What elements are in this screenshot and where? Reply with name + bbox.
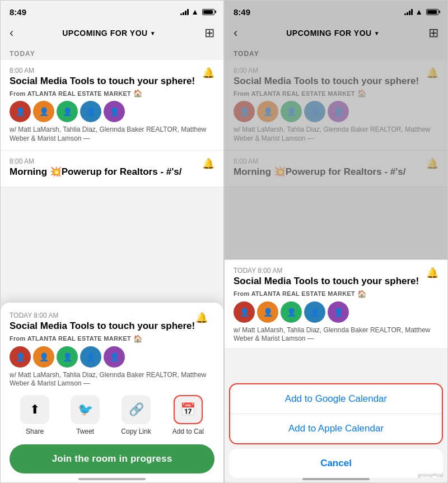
join-button-left[interactable]: Join the room in progress bbox=[10, 444, 214, 473]
house-icon-1-right: 🏠 bbox=[357, 89, 366, 97]
share-icon: ⬆ bbox=[30, 402, 40, 417]
detail-time-right: TODAY 8:00 AM bbox=[234, 267, 438, 275]
avatar-1: 👤 bbox=[10, 101, 31, 122]
addcal-action[interactable]: 📅 Add to Cal bbox=[172, 395, 204, 435]
dropdown-arrow-left[interactable]: ▼ bbox=[150, 30, 156, 36]
right-phone: 8:49 ▲ ‹ UPCOMING FOR YOU ▼ ⊞ bbox=[224, 0, 448, 483]
cancel-button-right[interactable]: Cancel bbox=[229, 449, 443, 478]
nav-title-left: UPCOMING FOR YOU ▼ bbox=[62, 29, 156, 38]
nav-bar-left: ‹ UPCOMING FOR YOU ▼ ⊞ bbox=[1, 21, 223, 45]
event-from-1-left: From ATLANTA REAL ESTATE MARKET 🏠 bbox=[10, 89, 214, 97]
action-row-left: ⬆ Share 🐦 Tweet 🔗 Copy Link bbox=[10, 395, 214, 435]
addcal-icon-box: 📅 bbox=[174, 395, 203, 424]
detail-avatar-5: 👤 bbox=[104, 346, 125, 368]
bell-icon-1-right[interactable]: 🔔 bbox=[426, 67, 438, 79]
rd-avatar-1: 👤 bbox=[234, 301, 255, 323]
home-indicator-left bbox=[78, 478, 146, 480]
left-phone: 8:49 ▲ ‹ UPCOMING FOR YOU ▼ ⊞ bbox=[0, 0, 224, 483]
dropdown-arrow-right[interactable]: ▼ bbox=[374, 30, 380, 36]
tweet-label: Tweet bbox=[76, 428, 94, 435]
event-title-1-left: Social Media Tools to touch your sphere! bbox=[10, 76, 214, 87]
detail-avatar-2: 👤 bbox=[33, 346, 54, 368]
bell-icon-detail-left[interactable]: 🔔 bbox=[195, 312, 208, 324]
nav-title-right: UPCOMING FOR YOU ▼ bbox=[286, 29, 380, 38]
avatars-1-left: 👤 👤 👤 👤 👤 bbox=[10, 101, 214, 122]
status-time-right: 8:49 bbox=[234, 7, 250, 17]
detail-from-right: From ATLANTA REAL ESTATE MARKET 🏠 bbox=[234, 290, 438, 298]
battery-icon-right bbox=[426, 9, 438, 15]
tweet-action[interactable]: 🐦 Tweet bbox=[71, 395, 100, 435]
detail-desc-left: w/ Matt LaMarsh, Tahlia Diaz, Glennda Ba… bbox=[10, 371, 214, 388]
detail-card-left: 🔔 TODAY 8:00 AM Social Media Tools to to… bbox=[10, 312, 214, 388]
event-time-1-right: 8:00 AM bbox=[234, 67, 438, 75]
share-icon-box: ⬆ bbox=[20, 395, 49, 424]
detail-title-left: Social Media Tools to touch your sphere! bbox=[10, 321, 214, 332]
signal-icon-right bbox=[404, 8, 413, 15]
add-icon-left[interactable]: ⊞ bbox=[204, 26, 214, 40]
r-avatar-1: 👤 bbox=[234, 101, 255, 122]
event-time-2-left: 8:00 AM bbox=[10, 157, 214, 165]
event-from-1-right: From ATLANTA REAL ESTATE MARKET 🏠 bbox=[234, 89, 438, 97]
event-title-2-left: Morning 💥Powerup for Realtors - #'s/ bbox=[10, 166, 214, 178]
addcal-label: Add to Cal bbox=[172, 428, 204, 435]
r-avatar-4: 👤 bbox=[304, 101, 325, 122]
copy-icon-box: 🔗 bbox=[122, 395, 151, 424]
status-bar-left: 8:49 ▲ bbox=[1, 1, 223, 21]
detail-from-left: From ATLANTA REAL ESTATE MARKET 🏠 bbox=[10, 335, 214, 343]
bell-icon-2-right[interactable]: 🔔 bbox=[426, 157, 438, 170]
event-title-1-right: Social Media Tools to touch your sphere! bbox=[234, 76, 438, 87]
status-icons-left: ▲ bbox=[180, 7, 214, 16]
copy-label: Copy Link bbox=[121, 428, 151, 435]
rd-avatar-4: 👤 bbox=[304, 301, 325, 323]
bell-icon-detail-right[interactable]: 🔔 bbox=[426, 267, 438, 279]
back-button-right[interactable]: ‹ bbox=[234, 26, 237, 40]
tweet-icon-box: 🐦 bbox=[71, 395, 100, 424]
section-header-left: TODAY bbox=[1, 45, 223, 60]
copy-link-icon: 🔗 bbox=[129, 402, 144, 417]
event-desc-1-right: w/ Matt LaMarsh, Tahlia Diaz, Glennda Ba… bbox=[234, 126, 438, 143]
avatar-4: 👤 bbox=[80, 101, 101, 122]
copy-action[interactable]: 🔗 Copy Link bbox=[121, 395, 151, 435]
detail-avatar-3: 👤 bbox=[57, 346, 78, 368]
status-bar-right: 8:49 ▲ bbox=[225, 1, 447, 21]
add-icon-right[interactable]: ⊞ bbox=[428, 26, 438, 40]
rd-avatar-3: 👤 bbox=[281, 301, 302, 323]
share-action[interactable]: ⬆ Share bbox=[20, 395, 49, 435]
event-desc-1-left: w/ Matt LaMarsh, Tahlia Diaz, Glennda Ba… bbox=[10, 126, 214, 143]
watermark: groovyPost bbox=[418, 472, 443, 478]
event-title-2-right: Morning 💥Powerup for Realtors - #'s/ bbox=[234, 166, 438, 178]
event-time-1-left: 8:00 AM bbox=[10, 67, 214, 75]
house-icon-1-left: 🏠 bbox=[133, 89, 142, 97]
signal-icon-left bbox=[180, 8, 189, 15]
back-button-left[interactable]: ‹ bbox=[10, 26, 13, 40]
bottom-sheet-left: 🔔 TODAY 8:00 AM Social Media Tools to to… bbox=[1, 303, 223, 482]
event-card-1-right[interactable]: 🔔 8:00 AM Social Media Tools to touch yo… bbox=[225, 60, 447, 151]
add-google-calendar-option[interactable]: Add to Google Calendar bbox=[230, 384, 442, 414]
avatar-2: 👤 bbox=[33, 101, 54, 122]
event-card-2-right[interactable]: 🔔 8:00 AM Morning 💥Powerup for Realtors … bbox=[225, 151, 447, 187]
bell-icon-1-left[interactable]: 🔔 bbox=[202, 67, 214, 79]
detail-desc-right: w/ Matt LaMarsh, Tahlia Diaz, Glennda Ba… bbox=[234, 326, 438, 343]
wifi-icon-right: ▲ bbox=[415, 7, 423, 16]
tweet-icon: 🐦 bbox=[78, 402, 93, 417]
rd-avatar-2: 👤 bbox=[257, 301, 278, 323]
bell-icon-2-left[interactable]: 🔔 bbox=[202, 157, 214, 170]
detail-avatar-1: 👤 bbox=[10, 346, 31, 368]
add-apple-calendar-option[interactable]: Add to Apple Calendar bbox=[230, 414, 442, 443]
detail-avatars-right: 👤 👤 👤 👤 👤 bbox=[234, 301, 438, 323]
addcal-icon: 📅 bbox=[180, 402, 195, 417]
share-label: Share bbox=[26, 428, 44, 435]
detail-title-right: Social Media Tools to touch your sphere! bbox=[234, 276, 438, 287]
detail-card-right: 🔔 TODAY 8:00 AM Social Media Tools to to… bbox=[225, 259, 447, 348]
nav-bar-right: ‹ UPCOMING FOR YOU ▼ ⊞ bbox=[225, 21, 447, 45]
detail-time-left: TODAY 8:00 AM bbox=[10, 312, 214, 319]
event-time-2-right: 8:00 AM bbox=[234, 157, 438, 165]
house-icon-detail-right: 🏠 bbox=[357, 290, 366, 298]
event-card-2-left[interactable]: 🔔 8:00 AM Morning 💥Powerup for Realtors … bbox=[1, 151, 223, 187]
avatars-1-right: 👤 👤 👤 👤 👤 bbox=[234, 101, 438, 122]
calendar-options: Add to Google Calendar Add to Apple Cale… bbox=[229, 383, 443, 444]
house-icon-detail-left: 🏠 bbox=[133, 335, 142, 343]
r-avatar-3: 👤 bbox=[281, 101, 302, 122]
event-card-1-left[interactable]: 🔔 8:00 AM Social Media Tools to touch yo… bbox=[1, 60, 223, 151]
calendar-action-sheet: Add to Google Calendar Add to Apple Cale… bbox=[225, 379, 447, 482]
